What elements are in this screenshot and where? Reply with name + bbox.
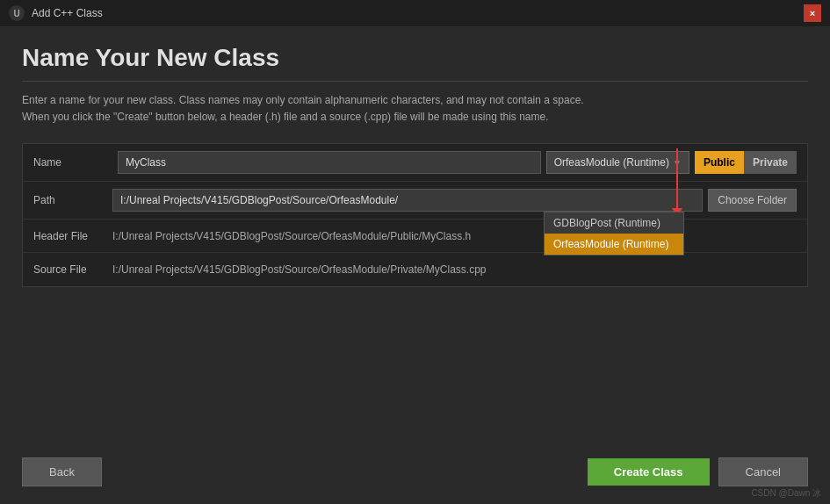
path-label: Path xyxy=(33,194,112,206)
titlebar-title: Add C++ Class xyxy=(32,7,103,19)
content-area: Name Your New Class Enter a name for you… xyxy=(0,26,830,444)
footer: Back Create Class Cancel xyxy=(0,444,830,504)
page-title: Name Your New Class xyxy=(22,44,808,72)
dropdown-item-gdblogpost[interactable]: GDBlogPost (Runtime) xyxy=(545,212,683,234)
header-label: Header File xyxy=(33,230,112,242)
dropdown-item-orfeasmodule[interactable]: OrfeasModule (Runtime) xyxy=(545,234,683,255)
public-private-group: Public Private xyxy=(695,151,797,174)
name-row: Name OrfeasModule (Runtime) ▼ Public Pri… xyxy=(23,144,807,182)
source-file-row: Source File I:/Unreal Projects/V415/GDBl… xyxy=(23,253,807,286)
titlebar-left: U Add C++ Class xyxy=(9,5,103,21)
module-dropdown[interactable]: OrfeasModule (Runtime) ▼ xyxy=(546,151,689,174)
footer-right: Create Class Cancel xyxy=(588,457,808,486)
source-label: Source File xyxy=(33,263,112,276)
private-button[interactable]: Private xyxy=(744,151,797,174)
path-row: Path Choose Folder GDBlogPost (Runtime) … xyxy=(23,182,807,220)
name-label: Name xyxy=(33,156,112,169)
choose-folder-button[interactable]: Choose Folder xyxy=(708,189,797,212)
footer-left: Back xyxy=(22,457,102,486)
back-button[interactable]: Back xyxy=(22,457,102,486)
watermark: CSDN @Dawn 冰 xyxy=(751,487,821,500)
titlebar: U Add C++ Class × xyxy=(0,0,830,26)
arrow-line xyxy=(676,148,678,210)
divider xyxy=(22,81,808,82)
module-dropdown-popup: GDBlogPost (Runtime) OrfeasModule (Runti… xyxy=(544,212,684,256)
name-input[interactable] xyxy=(118,151,541,174)
close-button[interactable]: × xyxy=(804,4,821,22)
source-value: I:/Unreal Projects/V415/GDBlogPost/Sourc… xyxy=(112,263,487,276)
ue-logo: U xyxy=(9,5,25,21)
module-dropdown-text: OrfeasModule (Runtime) xyxy=(554,156,669,169)
main-window: U Add C++ Class × Name Your New Class En… xyxy=(0,0,830,504)
header-value: I:/Unreal Projects/V415/GDBlogPost/Sourc… xyxy=(112,230,471,242)
desc-line1: Enter a name for your new class. Class n… xyxy=(22,94,584,106)
create-class-button[interactable]: Create Class xyxy=(588,458,710,486)
path-input[interactable] xyxy=(112,189,703,212)
cancel-button[interactable]: Cancel xyxy=(718,457,808,486)
public-button[interactable]: Public xyxy=(695,151,744,174)
header-file-row: Header File I:/Unreal Projects/V415/GDBl… xyxy=(23,220,807,253)
form-area: Name OrfeasModule (Runtime) ▼ Public Pri… xyxy=(22,143,808,287)
description: Enter a name for your new class. Class n… xyxy=(22,92,808,126)
desc-line2: When you click the "Create" button below… xyxy=(22,111,549,123)
